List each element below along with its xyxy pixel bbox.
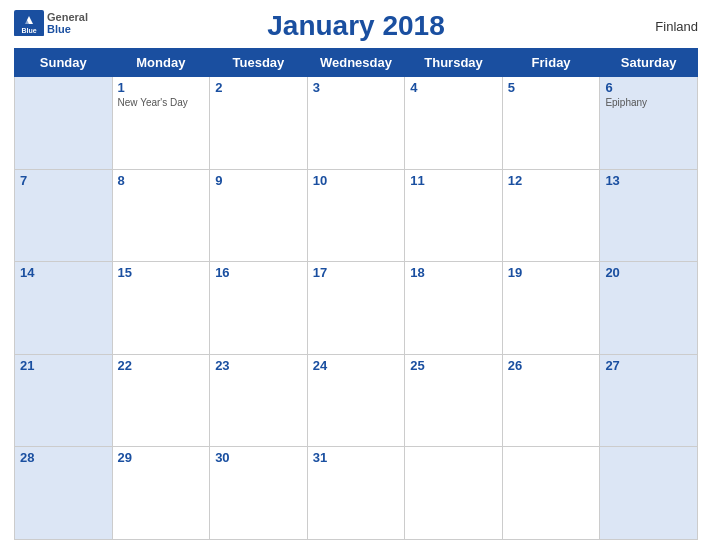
- calendar-cell: 5: [502, 77, 600, 170]
- day-number: 31: [313, 450, 400, 465]
- day-number: 3: [313, 80, 400, 95]
- calendar-cell: 10: [307, 169, 405, 262]
- calendar-week-3: 14151617181920: [15, 262, 698, 355]
- calendar-cell: 24: [307, 354, 405, 447]
- holiday-label: Epiphany: [605, 97, 692, 108]
- day-number: 18: [410, 265, 497, 280]
- calendar-cell: 22: [112, 354, 210, 447]
- calendar-cell: 6Epiphany: [600, 77, 698, 170]
- day-number: 10: [313, 173, 400, 188]
- header-sunday: Sunday: [15, 49, 113, 77]
- svg-text:Blue: Blue: [21, 27, 36, 34]
- calendar-cell: 20: [600, 262, 698, 355]
- calendar-cell: 13: [600, 169, 698, 262]
- day-number: 6: [605, 80, 692, 95]
- calendar-cell: 19: [502, 262, 600, 355]
- calendar-cell: 23: [210, 354, 308, 447]
- calendar-cell: 3: [307, 77, 405, 170]
- calendar-cell: [15, 77, 113, 170]
- calendar-cell: 15: [112, 262, 210, 355]
- calendar-cell: 31: [307, 447, 405, 540]
- calendar-table: Sunday Monday Tuesday Wednesday Thursday…: [14, 48, 698, 540]
- day-number: 26: [508, 358, 595, 373]
- day-number: 11: [410, 173, 497, 188]
- calendar-cell: [405, 447, 503, 540]
- day-number: 22: [118, 358, 205, 373]
- day-number: 27: [605, 358, 692, 373]
- day-number: 30: [215, 450, 302, 465]
- logo-general: General: [47, 11, 88, 23]
- calendar-cell: 30: [210, 447, 308, 540]
- days-header-row: Sunday Monday Tuesday Wednesday Thursday…: [15, 49, 698, 77]
- day-number: 8: [118, 173, 205, 188]
- country-label: Finland: [655, 19, 698, 34]
- day-number: 29: [118, 450, 205, 465]
- calendar-cell: 1New Year's Day: [112, 77, 210, 170]
- day-number: 21: [20, 358, 107, 373]
- day-number: 12: [508, 173, 595, 188]
- header-wednesday: Wednesday: [307, 49, 405, 77]
- calendar-cell: 14: [15, 262, 113, 355]
- calendar-week-2: 78910111213: [15, 169, 698, 262]
- calendar-week-4: 21222324252627: [15, 354, 698, 447]
- calendar-body: 1New Year's Day23456Epiphany789101112131…: [15, 77, 698, 540]
- calendar-week-1: 1New Year's Day23456Epiphany: [15, 77, 698, 170]
- calendar-cell: 16: [210, 262, 308, 355]
- calendar-header: Blue General Blue January 2018 Finland: [14, 10, 698, 42]
- day-number: 9: [215, 173, 302, 188]
- day-number: 2: [215, 80, 302, 95]
- holiday-label: New Year's Day: [118, 97, 205, 108]
- calendar-cell: [502, 447, 600, 540]
- calendar-cell: 28: [15, 447, 113, 540]
- calendar-cell: 8: [112, 169, 210, 262]
- calendar-cell: 4: [405, 77, 503, 170]
- calendar-cell: 25: [405, 354, 503, 447]
- month-title: January 2018: [267, 10, 444, 42]
- calendar-cell: 17: [307, 262, 405, 355]
- day-number: 20: [605, 265, 692, 280]
- calendar-container: Blue General Blue January 2018 Finland S…: [0, 0, 712, 550]
- calendar-cell: 2: [210, 77, 308, 170]
- logo-text: General Blue: [47, 11, 88, 35]
- day-number: 7: [20, 173, 107, 188]
- day-number: 17: [313, 265, 400, 280]
- calendar-cell: 21: [15, 354, 113, 447]
- day-number: 14: [20, 265, 107, 280]
- day-number: 23: [215, 358, 302, 373]
- day-number: 16: [215, 265, 302, 280]
- calendar-cell: 27: [600, 354, 698, 447]
- logo: Blue General Blue: [14, 10, 88, 36]
- day-number: 19: [508, 265, 595, 280]
- header-monday: Monday: [112, 49, 210, 77]
- logo-icon: Blue: [14, 10, 44, 36]
- day-number: 5: [508, 80, 595, 95]
- calendar-cell: [600, 447, 698, 540]
- calendar-cell: 9: [210, 169, 308, 262]
- day-number: 4: [410, 80, 497, 95]
- day-number: 15: [118, 265, 205, 280]
- calendar-cell: 11: [405, 169, 503, 262]
- header-saturday: Saturday: [600, 49, 698, 77]
- header-friday: Friday: [502, 49, 600, 77]
- logo-blue: Blue: [47, 23, 71, 35]
- calendar-cell: 26: [502, 354, 600, 447]
- calendar-cell: 7: [15, 169, 113, 262]
- calendar-cell: 29: [112, 447, 210, 540]
- calendar-cell: 18: [405, 262, 503, 355]
- header-thursday: Thursday: [405, 49, 503, 77]
- calendar-week-5: 28293031: [15, 447, 698, 540]
- day-number: 1: [118, 80, 205, 95]
- day-number: 13: [605, 173, 692, 188]
- day-number: 25: [410, 358, 497, 373]
- calendar-cell: 12: [502, 169, 600, 262]
- day-number: 24: [313, 358, 400, 373]
- header-tuesday: Tuesday: [210, 49, 308, 77]
- day-number: 28: [20, 450, 107, 465]
